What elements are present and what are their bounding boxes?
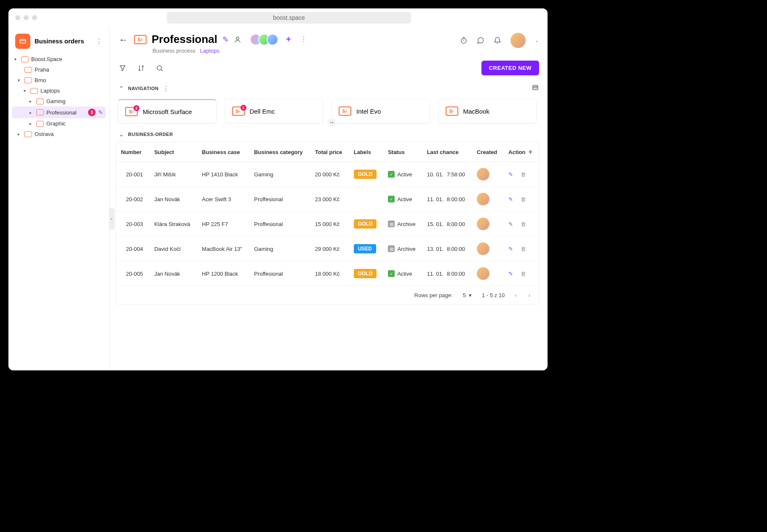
col-case[interactable]: Business case <box>197 142 249 162</box>
chevron-down-icon[interactable]: ⌄ <box>535 37 539 43</box>
caret-icon: ▾ <box>18 78 22 82</box>
tree-label: Laptops <box>40 88 103 94</box>
sidebar-tree: ▾ Boost.Space Praha ▾ Brno ▾ La <box>12 54 106 139</box>
trash-icon[interactable]: 🗑 <box>521 246 526 252</box>
close-dot[interactable] <box>15 15 20 20</box>
tree-item-root[interactable]: ▾ Boost.Space <box>12 54 106 64</box>
avatar-stack[interactable] <box>250 34 278 45</box>
chat-icon[interactable] <box>477 37 484 44</box>
tree-item-laptops[interactable]: ▾ Laptops <box>12 85 106 96</box>
folder-icon <box>24 131 32 137</box>
col-subject[interactable]: Subject <box>149 142 197 162</box>
stopwatch-icon[interactable] <box>460 37 468 44</box>
window-controls[interactable] <box>15 15 37 20</box>
avatar <box>267 34 278 45</box>
tree-item-ostrava[interactable]: ▸ Ostrava <box>12 129 106 139</box>
card-label: MacBook <box>463 108 490 115</box>
user-outline-icon[interactable] <box>234 36 241 43</box>
tree-label: Professional <box>46 109 86 116</box>
pencil-icon[interactable]: ✎ <box>508 196 513 202</box>
filter-icon[interactable] <box>119 64 126 72</box>
col-status[interactable]: Status <box>383 142 422 162</box>
pencil-icon[interactable]: ✎ <box>508 171 513 178</box>
cell-action: ✎🗑 <box>503 162 539 187</box>
pencil-icon[interactable]: ✎ <box>508 221 513 227</box>
table-row[interactable]: 20-002 Jan Novák Acer Swift 3 Proffesion… <box>116 187 539 212</box>
trash-icon[interactable]: 🗑 <box>521 196 526 202</box>
add-user-icon[interactable]: + <box>286 35 291 44</box>
tree-item-professional[interactable]: ▸ Professional 3 ✎ <box>12 106 106 118</box>
nav-card-intel[interactable]: ↪ $≡ Intel Evo <box>331 99 430 123</box>
col-labels[interactable]: Labels <box>349 142 383 162</box>
user-avatar[interactable] <box>510 33 526 48</box>
layout: Business orders ⋮ ▾ Boost.Space Praha ▾ <box>8 27 548 370</box>
cell-number: 20-002 <box>116 187 149 212</box>
col-total[interactable]: Total price <box>310 142 349 162</box>
cell-category: Proffesional <box>249 261 310 286</box>
svg-rect-0 <box>20 40 26 43</box>
nav-card-macbook[interactable]: $≡ MacBook <box>438 99 537 123</box>
folder-icon <box>36 98 44 104</box>
sidebar-more-icon[interactable]: ⋮ <box>96 37 102 45</box>
minimize-dot[interactable] <box>24 15 29 20</box>
folder-icon <box>30 88 38 94</box>
table-row[interactable]: 20-001 Jiří Mišík HP 1410 Black Gaming 2… <box>116 162 539 187</box>
crumb-link[interactable]: Laptops <box>200 48 219 54</box>
card-label: Intel Evo <box>356 108 381 115</box>
next-page-icon[interactable]: › <box>529 292 530 298</box>
url-bar[interactable]: boost.space <box>167 12 411 24</box>
nav-card-dell[interactable]: $≡1 Dell Emc <box>225 99 323 123</box>
tree-label: Praha <box>35 66 103 73</box>
caret-icon: ▸ <box>29 99 34 104</box>
sidebar-collapse-handle[interactable]: ‹ <box>110 208 115 230</box>
label-badge: GOLD <box>354 170 377 179</box>
cell-total: 18 000 Kč <box>310 261 349 286</box>
add-column-icon[interactable]: + <box>529 148 532 155</box>
list-view-icon[interactable] <box>532 84 539 93</box>
bell-icon[interactable] <box>494 37 501 44</box>
cell-number: 20-001 <box>116 162 149 187</box>
col-created[interactable]: Created <box>472 142 503 162</box>
table-row[interactable]: 20-003 Klára Straková HP 225 F7 Proffesi… <box>116 212 539 237</box>
pencil-icon[interactable]: ✎ <box>508 271 513 277</box>
trash-icon[interactable]: 🗑 <box>521 271 526 277</box>
col-number[interactable]: Number <box>116 142 149 162</box>
folder-icon <box>36 121 44 127</box>
col-lastchance[interactable]: Last chance <box>422 142 472 162</box>
sidebar-title: Business orders <box>35 37 84 45</box>
sidebar-header: Business orders ⋮ <box>12 33 106 54</box>
tree-label: Gaming <box>46 98 103 104</box>
nav-card-surface[interactable]: $≡2 Microsoft Surface <box>118 99 216 123</box>
tree-item-praha[interactable]: Praha <box>12 64 106 75</box>
table-header-row: Number Subject Business case Business ca… <box>116 142 539 162</box>
search-icon[interactable] <box>156 64 163 72</box>
more-icon[interactable]: ⋮ <box>163 85 169 93</box>
col-action: Action + <box>503 142 539 162</box>
col-category[interactable]: Business category <box>249 142 310 162</box>
rows-per-page-select[interactable]: 5 ▾ <box>463 292 472 298</box>
tree-item-graphic[interactable]: ▸ Graphic <box>12 118 106 129</box>
trash-icon[interactable]: 🗑 <box>521 171 526 178</box>
create-new-button[interactable]: CREATED NEW <box>481 61 539 75</box>
cell-created <box>472 162 503 187</box>
trash-icon[interactable]: 🗑 <box>521 221 526 227</box>
pencil-icon[interactable]: ✎ <box>98 109 103 116</box>
sort-icon[interactable] <box>137 64 145 72</box>
module-icon: $≡ <box>134 35 147 44</box>
prev-page-icon[interactable]: ‹ <box>515 292 516 298</box>
chevron-down-icon[interactable]: ⌄ <box>119 131 124 138</box>
more-icon[interactable]: ⋮ <box>300 35 307 43</box>
main-content: ‹ ← $≡ Professional ✎ + <box>110 27 548 370</box>
chevron-up-icon[interactable]: ⌃ <box>119 85 124 92</box>
tree-item-gaming[interactable]: ▸ Gaming <box>12 96 106 106</box>
table-row[interactable]: 20-004 David Kočí MacBook Air 13" Gaming… <box>116 237 539 261</box>
cell-subject: Jan Novák <box>149 187 197 212</box>
pencil-icon[interactable]: ✎ <box>222 35 229 44</box>
back-arrow-icon[interactable]: ← <box>119 35 128 45</box>
maximize-dot[interactable] <box>32 15 37 20</box>
table-row[interactable]: 20-005 Jan Novák HP 1200 Black Proffesio… <box>116 261 539 286</box>
pencil-icon[interactable]: ✎ <box>508 246 513 252</box>
cell-number: 20-004 <box>116 237 149 261</box>
tree-item-brno[interactable]: ▾ Brno <box>12 75 106 85</box>
cell-case: Acer Swift 3 <box>197 187 249 212</box>
